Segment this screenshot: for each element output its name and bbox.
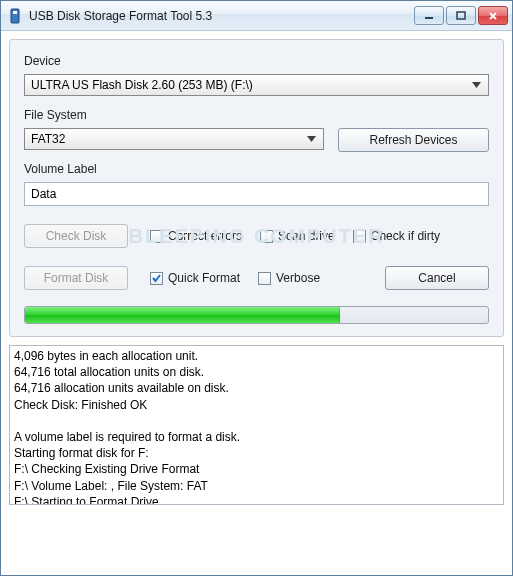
volume-label-input[interactable] (24, 182, 489, 206)
checkbox-icon (150, 230, 163, 243)
file-system-label: File System (24, 108, 489, 122)
app-icon (7, 8, 23, 24)
verbose-checkbox[interactable]: Verbose (258, 271, 320, 285)
window-controls (414, 6, 508, 25)
progress-fill (25, 307, 340, 323)
chevron-down-icon (468, 76, 484, 94)
checkbox-icon (260, 230, 273, 243)
check-disk-button: Check Disk (24, 224, 128, 248)
maximize-button[interactable] (446, 6, 476, 25)
log-text: 4,096 bytes in each allocation unit. 64,… (14, 349, 240, 505)
close-button[interactable] (478, 6, 508, 25)
scan-drive-checkbox[interactable]: Scan drive (260, 229, 335, 243)
volume-label-label: Volume Label (24, 162, 489, 176)
cancel-button[interactable]: Cancel (385, 266, 489, 290)
svg-rect-1 (13, 11, 17, 14)
correct-errors-label: Correct errors (168, 229, 242, 243)
check-disk-row: Check Disk Correct errors Scan drive Che… (24, 224, 489, 248)
titlebar: USB Disk Storage Format Tool 5.3 (1, 1, 512, 31)
format-disk-row: Format Disk Quick Format Verbose Cancel (24, 266, 489, 290)
correct-errors-checkbox[interactable]: Correct errors (150, 229, 242, 243)
check-if-dirty-checkbox[interactable]: Check if dirty (353, 229, 440, 243)
format-disk-button: Format Disk (24, 266, 128, 290)
quick-format-checkbox[interactable]: Quick Format (150, 271, 240, 285)
chevron-down-icon (303, 130, 319, 148)
checkbox-icon (353, 230, 366, 243)
svg-rect-2 (425, 17, 433, 19)
scan-drive-label: Scan drive (278, 229, 335, 243)
device-label: Device (24, 54, 489, 68)
refresh-devices-button[interactable]: Refresh Devices (338, 128, 489, 152)
check-if-dirty-label: Check if dirty (371, 229, 440, 243)
log-output[interactable]: 4,096 bytes in each allocation unit. 64,… (9, 345, 504, 505)
device-dropdown[interactable]: ULTRA US Flash Disk 2.60 (253 MB) (F:\) (24, 74, 489, 96)
main-panel: Device ULTRA US Flash Disk 2.60 (253 MB)… (9, 39, 504, 337)
progress-bar (24, 306, 489, 324)
quick-format-label: Quick Format (168, 271, 240, 285)
svg-rect-3 (457, 12, 465, 19)
minimize-button[interactable] (414, 6, 444, 25)
verbose-label: Verbose (276, 271, 320, 285)
device-selected: ULTRA US Flash Disk 2.60 (253 MB) (F:\) (31, 78, 468, 92)
window-title: USB Disk Storage Format Tool 5.3 (29, 9, 414, 23)
file-system-selected: FAT32 (31, 132, 303, 146)
file-system-dropdown[interactable]: FAT32 (24, 128, 324, 150)
checkbox-icon (258, 272, 271, 285)
checkbox-checked-icon (150, 272, 163, 285)
